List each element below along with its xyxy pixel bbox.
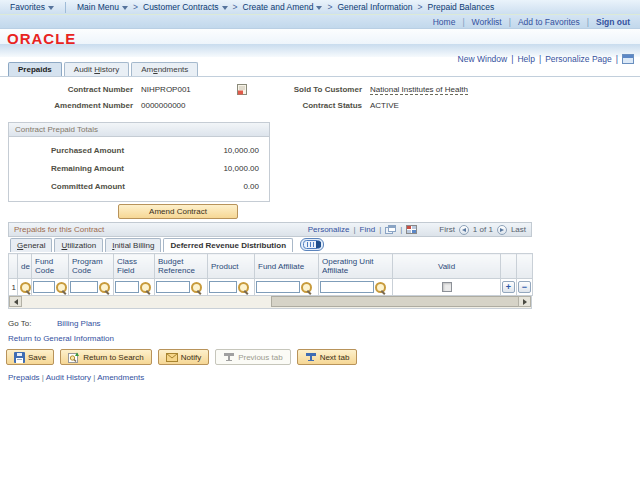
product-lookup-icon[interactable] <box>238 282 249 293</box>
footer-link-amendments[interactable]: Amendments <box>97 373 144 382</box>
grid-tab-utilization[interactable]: Utilization <box>54 238 103 252</box>
main-menu[interactable]: Main Menu <box>77 2 128 12</box>
show-all-columns-icon[interactable] <box>300 238 324 251</box>
remaining-amount-value: 10,000.00 <box>223 164 259 173</box>
divider: | <box>539 54 541 64</box>
personalize-page-link[interactable]: Personalize Page <box>545 54 612 64</box>
col-header-fund-code: Fund Code <box>32 254 69 279</box>
grid-tab-general[interactable]: General <box>10 238 52 252</box>
download-grid-icon[interactable] <box>406 225 417 234</box>
next-tab-button[interactable]: Next tab <box>297 349 358 365</box>
pagination-first-label: First <box>439 225 455 234</box>
fund-affiliate-input[interactable] <box>256 281 300 293</box>
footer-link-audit-history[interactable]: Audit History <box>46 373 91 382</box>
pagination-last-label: Last <box>511 225 526 234</box>
right-arrow-icon <box>523 299 527 305</box>
breadcrumb-general-information[interactable]: General Information <box>337 2 412 12</box>
divider: | <box>616 54 618 64</box>
favorites-menu[interactable]: Favorites <box>10 2 54 12</box>
delete-row-cell: − <box>517 279 533 296</box>
add-to-favorites-link[interactable]: Add to Favorites <box>518 17 580 27</box>
save-icon <box>14 352 25 363</box>
tab-amendments[interactable]: Amendments <box>131 62 198 77</box>
scroll-left-button[interactable] <box>9 296 22 307</box>
return-to-search-button[interactable]: Return to Search <box>60 349 151 365</box>
find-link[interactable]: Find <box>360 225 376 234</box>
dropdown-arrow-icon <box>122 6 128 10</box>
class-field-lookup-icon[interactable] <box>140 282 151 293</box>
divider: | <box>511 54 513 64</box>
last-row-button[interactable] <box>497 225 507 235</box>
tab-audit-history[interactable]: Audit History <box>64 62 129 77</box>
billing-plans-link[interactable]: Billing Plans <box>57 319 101 328</box>
personalize-link[interactable]: Personalize <box>308 225 350 234</box>
sold-to-customer-value[interactable]: National Institutes of Health <box>370 85 468 95</box>
purchased-amount-value: 10,000.00 <box>223 146 259 155</box>
fund-code-input[interactable] <box>33 281 55 293</box>
product-input[interactable] <box>209 281 237 293</box>
dropdown-arrow-icon <box>316 6 322 10</box>
quick-links-bar: Home | Worklist | Add to Favorites | Sig… <box>0 15 640 29</box>
sign-out-link[interactable]: Sign out <box>596 17 630 27</box>
budget-reference-input[interactable] <box>156 281 190 293</box>
totals-box-title: Contract Prepaid Totals <box>9 123 269 137</box>
code-lookup-icon[interactable] <box>20 282 31 293</box>
next-tab-icon <box>305 352 317 362</box>
home-link[interactable]: Home <box>433 17 456 27</box>
fund-code-lookup-icon[interactable] <box>56 282 67 293</box>
col-header-delete <box>517 254 533 279</box>
program-code-input[interactable] <box>70 281 98 293</box>
comments-icon[interactable] <box>237 83 247 95</box>
new-window-link[interactable]: New Window <box>458 54 508 64</box>
breadcrumb-create-and-amend[interactable]: Create and Amend <box>243 2 323 12</box>
contract-status-label: Contract Status <box>258 101 362 110</box>
dropdown-arrow-icon <box>48 6 54 10</box>
notify-button[interactable]: Notify <box>158 349 209 365</box>
amendment-number-value: 0000000000 <box>141 101 186 110</box>
return-to-search-icon <box>68 352 80 363</box>
program-code-cell <box>69 279 114 296</box>
first-row-button[interactable] <box>459 225 469 235</box>
operating-unit-affiliate-lookup-icon[interactable] <box>375 282 386 293</box>
contract-number-value: NIHPROP001 <box>141 85 191 94</box>
delete-row-button[interactable]: − <box>518 281 531 293</box>
page-tabs: Prepaids Audit History Amendments <box>8 62 200 77</box>
divider: | <box>509 17 511 27</box>
divider: | <box>42 373 44 382</box>
class-field-cell <box>114 279 155 296</box>
previous-tab-button: Previous tab <box>215 349 290 365</box>
view-all-icon[interactable] <box>385 225 396 234</box>
add-row-button[interactable]: + <box>502 281 515 293</box>
budget-reference-lookup-icon[interactable] <box>191 282 202 293</box>
worklist-link[interactable]: Worklist <box>472 17 502 27</box>
program-code-lookup-icon[interactable] <box>99 282 110 293</box>
go-to-label: Go To: <box>8 319 31 328</box>
grid-tab-initial-billing[interactable]: Initial Billing <box>105 238 161 252</box>
col-header-fund-affiliate: Fund Affiliate <box>255 254 319 279</box>
tab-prepaids[interactable]: Prepaids <box>8 62 62 77</box>
operating-unit-affiliate-input[interactable] <box>320 281 374 293</box>
fund-affiliate-cell <box>255 279 319 296</box>
horizontal-scrollbar[interactable] <box>8 296 532 309</box>
scrollbar-thumb[interactable] <box>271 296 519 307</box>
prepaids-grid-header: Prepaids for this Contract Personalize |… <box>8 222 532 237</box>
breadcrumb-customer-contracts[interactable]: Customer Contracts <box>143 2 228 12</box>
footer-link-prepaids[interactable]: Prepaids <box>8 373 40 382</box>
class-field-input[interactable] <box>115 281 139 293</box>
grid-tab-deferred-revenue-distribution[interactable]: Deferred Revenue Distribution <box>163 238 293 252</box>
divider: | <box>354 225 356 234</box>
scroll-right-button[interactable] <box>518 296 531 307</box>
breadcrumb-separator: > <box>133 2 138 12</box>
fund-affiliate-lookup-icon[interactable] <box>301 282 312 293</box>
breadcrumb-separator: > <box>327 2 332 12</box>
row-number: 1 <box>9 279 18 296</box>
operating-unit-affiliate-cell <box>319 279 393 296</box>
toolbar: Save Return to Search Notify Previous ta… <box>6 349 357 365</box>
personalize-window-icon[interactable] <box>622 54 634 64</box>
return-to-general-information-link[interactable]: Return to General Information <box>8 334 114 343</box>
col-header-budget-reference: Budget Reference <box>155 254 208 279</box>
help-link[interactable]: Help <box>517 54 534 64</box>
amend-contract-button[interactable]: Amend Contract <box>118 204 238 219</box>
save-button[interactable]: Save <box>6 349 54 365</box>
breadcrumb-prepaid-balances[interactable]: Prepaid Balances <box>428 2 495 12</box>
